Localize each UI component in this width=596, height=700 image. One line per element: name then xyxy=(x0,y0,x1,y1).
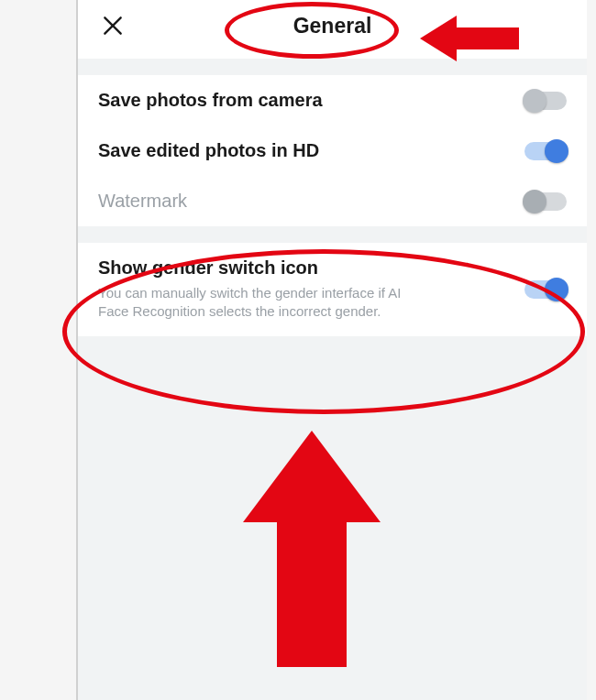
toggle-knob xyxy=(523,89,546,113)
toggle-knob xyxy=(545,139,568,163)
toggle-save-photos[interactable] xyxy=(524,92,567,110)
toggle-knob xyxy=(523,190,546,213)
setting-row-gender-switch: Show gender switch icon You can manually… xyxy=(78,243,587,336)
close-button[interactable] xyxy=(96,9,129,42)
header: General xyxy=(78,0,587,59)
setting-label: Save edited photos in HD xyxy=(98,140,512,161)
setting-label: Show gender switch icon xyxy=(98,257,512,279)
setting-label: Save photos from camera xyxy=(98,90,512,111)
close-icon xyxy=(101,14,125,38)
settings-section-2: Show gender switch icon You can manually… xyxy=(78,243,587,336)
settings-section-1: Save photos from camera Save edited phot… xyxy=(78,75,587,226)
toggle-gender-switch[interactable] xyxy=(524,280,567,299)
page-title: General xyxy=(78,14,587,38)
setting-row-save-photos: Save photos from camera xyxy=(78,75,587,126)
setting-row-watermark: Watermark xyxy=(78,176,587,226)
toggle-knob xyxy=(545,278,568,301)
setting-row-save-hd: Save edited photos in HD xyxy=(78,126,587,176)
section-gap xyxy=(78,59,587,75)
toggle-watermark[interactable] xyxy=(524,192,567,211)
settings-screen: General Save photos from camera Save edi… xyxy=(78,0,587,700)
section-gap xyxy=(78,226,587,243)
toggle-save-hd[interactable] xyxy=(524,142,567,160)
setting-description: You can manually switch the gender inter… xyxy=(98,284,428,322)
setting-label: Watermark xyxy=(98,191,512,212)
empty-area xyxy=(78,336,587,701)
